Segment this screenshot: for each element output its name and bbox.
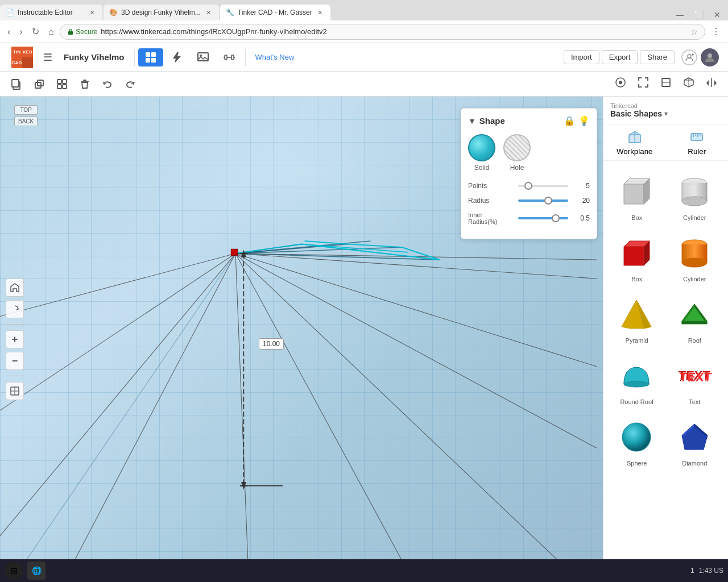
view-home-btn[interactable] xyxy=(610,73,631,94)
tab-close-3[interactable]: × xyxy=(316,8,325,17)
lightbulb-icon[interactable]: 💡 xyxy=(578,115,590,126)
toolbar-separator-1 xyxy=(134,49,135,66)
zoom-out-btn[interactable]: − xyxy=(6,352,24,370)
hole-option[interactable]: Hole xyxy=(503,134,531,172)
reload-btn[interactable]: ↻ xyxy=(29,25,42,38)
duplicate-btn[interactable] xyxy=(28,75,50,93)
fit-view-btn[interactable] xyxy=(6,382,24,400)
workplane-icon xyxy=(627,129,643,145)
shape-item-box-red[interactable]: Box xyxy=(608,227,666,288)
home-3d-btn[interactable] xyxy=(6,278,24,297)
export-btn[interactable]: Export xyxy=(602,50,638,64)
group-btn[interactable] xyxy=(51,75,73,93)
home-btn[interactable]: ⌂ xyxy=(46,26,57,38)
panel-collapse-icon[interactable]: ▼ xyxy=(468,117,476,126)
browser-tab-1[interactable]: 📄 Instructable Editor × xyxy=(0,5,102,20)
redo-btn[interactable] xyxy=(119,75,141,93)
shape-thumb-box-gray xyxy=(617,171,657,211)
diamond-blue-svg xyxy=(676,418,713,455)
system-tray: 1 1:43 US xyxy=(690,567,723,575)
taskbar-browser-icon[interactable]: 🌐 xyxy=(27,562,46,580)
inner-radius-value: 0.5 xyxy=(573,214,590,222)
svg-point-95 xyxy=(682,197,707,206)
shape-panel-header: ▼ Shape 🔒 💡 xyxy=(468,115,590,126)
copy-btn[interactable] xyxy=(6,75,27,93)
nav-top-label[interactable]: TOP xyxy=(14,105,38,115)
view-frame-btn[interactable] xyxy=(655,73,677,94)
workplane-btn[interactable]: Workplane xyxy=(603,124,666,160)
logo: TIN KER CAD xyxy=(6,47,39,68)
tab-close-1[interactable]: × xyxy=(88,8,97,17)
shape-item-round-roof-teal[interactable]: Round Roof xyxy=(608,350,666,411)
lock-icon[interactable]: 🔒 xyxy=(564,115,575,126)
shape-item-cylinder-orange[interactable]: Cylinder xyxy=(666,227,724,288)
minimize-btn[interactable]: — xyxy=(673,9,686,20)
tinkercad-label: Tinkercad xyxy=(610,102,721,109)
view-3d-btn[interactable] xyxy=(678,73,700,94)
address-bar-container[interactable]: Secure https://www.tinkercad.com/things/… xyxy=(60,24,705,40)
rotate-btn[interactable] xyxy=(6,300,24,318)
svg-rect-18 xyxy=(35,82,41,88)
shape-item-roof-green[interactable]: Roof xyxy=(666,288,724,350)
shape-name-box-gray: Box xyxy=(631,214,642,221)
shape-thumb-cylinder-orange xyxy=(675,232,714,272)
view-fit-btn[interactable] xyxy=(632,73,654,94)
shape-item-sphere-teal[interactable]: Sphere xyxy=(608,411,666,472)
mirror-btn[interactable] xyxy=(701,73,722,94)
browser-frame: 📄 Instructable Editor × 🎨 3D design Funk… xyxy=(0,0,728,43)
trash-icon xyxy=(78,78,91,90)
start-btn[interactable]: ⊞ xyxy=(5,562,23,580)
ruler-btn[interactable]: Ruler xyxy=(666,124,729,160)
shape-thumb-diamond-blue xyxy=(675,417,714,456)
shape-panel: ▼ Shape 🔒 💡 Solid Hole xyxy=(461,108,597,239)
tab-close-2[interactable]: × xyxy=(204,8,213,17)
undo-btn[interactable] xyxy=(97,75,118,93)
close-window-btn[interactable]: ✕ xyxy=(711,9,723,20)
add-user-icon xyxy=(681,49,697,65)
user-area[interactable] xyxy=(678,46,722,69)
bookmark-icon[interactable]: ☆ xyxy=(690,27,698,36)
delete-btn[interactable] xyxy=(74,75,96,93)
maximize-btn[interactable]: ⬜ xyxy=(691,9,706,20)
forward-btn[interactable]: › xyxy=(16,26,25,38)
browser-tab-3[interactable]: 🔧 Tinker CAD - Mr. Gasser × xyxy=(220,5,330,20)
nav-cube: TOP BACK xyxy=(14,105,38,126)
gallery-btn[interactable] xyxy=(191,48,216,66)
shape-name-round-roof-teal: Round Roof xyxy=(620,398,653,405)
solid-option[interactable]: Solid xyxy=(468,134,495,172)
measurement-value: 10.00 xyxy=(263,340,280,348)
nav-back-label[interactable]: BACK xyxy=(14,117,38,126)
inner-radius-param: Inner Radius(%) 0.5 xyxy=(468,211,590,225)
shape-thumb-roof-green xyxy=(675,294,714,334)
radius-slider-thumb[interactable] xyxy=(544,197,552,205)
shape-item-box-gray[interactable]: Box xyxy=(608,165,666,227)
shape-item-cylinder-gray[interactable]: Cylinder xyxy=(666,165,724,227)
browser-tab-2[interactable]: 🎨 3D design Funky Vihelm... × xyxy=(104,5,219,20)
radius-label: Radius xyxy=(468,197,514,205)
view-icon-group xyxy=(610,73,722,94)
back-btn[interactable]: ‹ xyxy=(5,26,13,38)
tab-title-1: Instructable Editor xyxy=(18,9,84,16)
svg-rect-0 xyxy=(68,31,73,35)
shape-item-diamond-blue[interactable]: Diamond xyxy=(666,411,724,472)
extensions-btn[interactable]: ⋮ xyxy=(709,25,723,38)
share-btn[interactable]: Share xyxy=(640,50,675,64)
shape-name-text-red: Text xyxy=(689,398,700,405)
menu-btn[interactable]: ☰ xyxy=(39,48,57,66)
build-btn[interactable] xyxy=(164,48,189,66)
learn-btn[interactable] xyxy=(217,48,242,66)
shape-item-text-red[interactable]: TEXT TEXT Text xyxy=(666,350,724,411)
zoom-in-btn[interactable]: + xyxy=(6,330,24,348)
logo-cell-empty xyxy=(22,57,33,68)
round-roof-teal-svg xyxy=(618,357,655,394)
points-slider-thumb[interactable] xyxy=(524,182,532,190)
svg-rect-21 xyxy=(63,80,67,84)
viewport[interactable]: 10.00 TOP BACK + − xyxy=(0,97,603,582)
whats-new-btn[interactable]: What's New xyxy=(249,51,300,64)
workplane-ruler-group: Workplane Ruler xyxy=(603,124,728,161)
import-btn[interactable]: Import xyxy=(564,50,599,64)
category-select[interactable]: Basic Shapes ▾ xyxy=(610,109,721,118)
home-view-btn[interactable] xyxy=(138,48,163,66)
shape-item-pyramid-yellow[interactable]: Pyramid xyxy=(608,288,666,350)
inner-radius-slider-thumb[interactable] xyxy=(552,214,560,222)
